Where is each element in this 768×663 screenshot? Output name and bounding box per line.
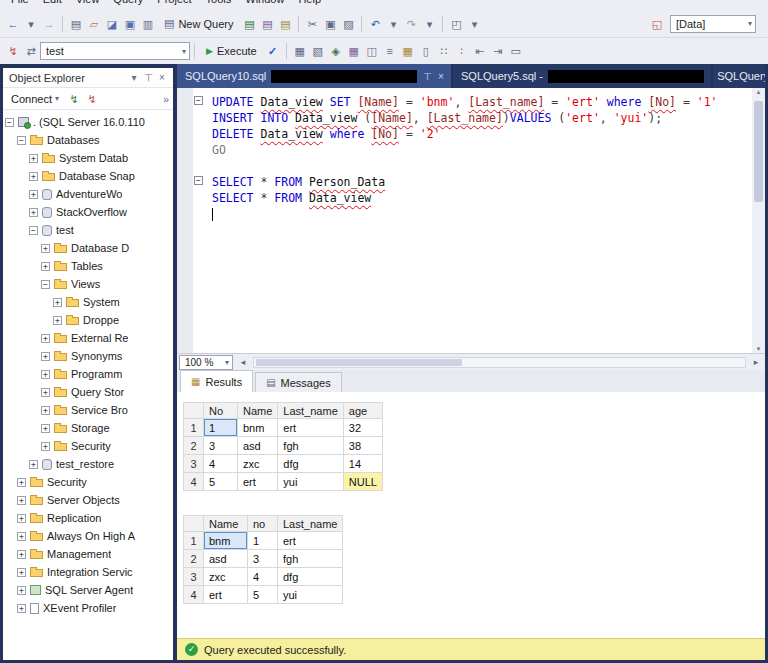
change-connection-icon[interactable]: ⇄ xyxy=(22,42,40,60)
save-all-icon[interactable]: ▣ xyxy=(121,15,139,33)
connect-button[interactable]: Connect ▾ xyxy=(7,92,63,106)
actual-plan-icon[interactable]: ▦ xyxy=(345,42,363,60)
server-disconnect-icon[interactable]: ↯ xyxy=(83,90,101,108)
grid-cell[interactable]: zxc xyxy=(204,568,248,586)
tree-item-server-objects[interactable]: +Server Objects xyxy=(3,491,173,509)
tree-item-service-bro[interactable]: +Service Bro xyxy=(3,401,173,419)
grid-cell[interactable]: NULL xyxy=(343,473,382,491)
grid-cell[interactable]: asd xyxy=(238,437,278,455)
expand-icon[interactable]: + xyxy=(17,532,26,541)
new-query-shortcut-icon[interactable]: ▤ xyxy=(67,15,85,33)
comment-out-icon[interactable]: ∷ xyxy=(435,42,453,60)
grid-cell[interactable]: zxc xyxy=(238,455,278,473)
grid-column-header[interactable]: no xyxy=(248,516,278,532)
collapse-region-icon[interactable]: − xyxy=(194,96,203,105)
collapse-icon[interactable]: − xyxy=(5,118,14,127)
grid-cell[interactable]: ert xyxy=(238,473,278,491)
expand-icon[interactable]: + xyxy=(29,190,38,199)
tree-item-droppe[interactable]: +Droppe xyxy=(3,311,173,329)
code-line[interactable]: DELETE Data_view where [No] = '2' xyxy=(212,126,748,142)
zoom-combo[interactable]: 100 % ▾ xyxy=(179,355,233,370)
grid-cell[interactable]: 38 xyxy=(343,437,382,455)
tree-item-management[interactable]: +Management xyxy=(3,545,173,563)
expand-icon[interactable]: + xyxy=(41,370,50,379)
query-options-icon[interactable]: ▧ xyxy=(309,42,327,60)
tree-item-integration-servic[interactable]: +Integration Servic xyxy=(3,563,173,581)
grid-row-header[interactable]: 3 xyxy=(184,455,204,473)
menu-item-help[interactable]: Help xyxy=(291,0,328,5)
grid-row-header[interactable]: 1 xyxy=(184,419,204,437)
parse-query-icon[interactable]: ✓ xyxy=(264,42,282,60)
estimated-plan-icon[interactable]: ▦ xyxy=(291,42,309,60)
tree-item-security[interactable]: +Security xyxy=(3,473,173,491)
code-line[interactable]: INSERT INTO Data_view ([Name], [Last_nam… xyxy=(212,110,748,126)
results-to-file-icon[interactable]: ▯ xyxy=(417,42,435,60)
selection-box-icon[interactable]: ◰ xyxy=(447,15,465,33)
grid-cell[interactable]: 1 xyxy=(204,419,238,437)
grid-row-header[interactable]: 3 xyxy=(184,568,204,586)
grid-cell[interactable]: dfg xyxy=(278,568,343,586)
grid-row-header[interactable]: 1 xyxy=(184,532,204,550)
menu-item-tools[interactable]: Tools xyxy=(199,0,239,5)
toolbar-overflow-icon[interactable]: » xyxy=(163,93,169,105)
results-tab[interactable]: ▦ Results xyxy=(180,370,253,392)
grid-cell[interactable]: fgh xyxy=(278,550,343,568)
tree-item-stackoverflow[interactable]: +StackOverflow xyxy=(3,203,173,221)
pin-icon[interactable]: ⊢ xyxy=(141,72,155,83)
pin-icon[interactable]: ⊢ xyxy=(423,71,432,82)
uncomment-icon[interactable]: ∶ xyxy=(453,42,471,60)
menu-item-query[interactable]: Query xyxy=(106,0,150,5)
tab-sqlquery-partial[interactable]: SQLQuery xyxy=(713,64,765,88)
print-icon[interactable]: ▥ xyxy=(139,15,157,33)
tree-item-views[interactable]: −Views xyxy=(3,275,173,293)
grid-cell[interactable]: yui xyxy=(278,473,343,491)
tree-item-tables[interactable]: +Tables xyxy=(3,257,173,275)
collapse-icon[interactable]: − xyxy=(41,280,50,289)
code-line[interactable] xyxy=(212,158,748,174)
menu-item-project[interactable]: Project xyxy=(150,0,198,5)
expand-icon[interactable]: + xyxy=(17,550,26,559)
expand-icon[interactable]: + xyxy=(17,496,26,505)
grid-row-header[interactable]: 4 xyxy=(184,473,204,491)
results-to-text-icon[interactable]: ≡ xyxy=(381,42,399,60)
connect-database-icon[interactable]: ↯ xyxy=(4,42,22,60)
results-to-grid-icon[interactable]: ▦ xyxy=(399,42,417,60)
code-line[interactable]: SELECT * FROM Data_view xyxy=(212,190,748,206)
grid-row-header[interactable]: 2 xyxy=(184,437,204,455)
cut-icon[interactable]: ✂ xyxy=(303,15,321,33)
editor-horizontal-scrollbar[interactable] xyxy=(253,357,746,368)
editor-vertical-scrollbar[interactable] xyxy=(752,88,765,353)
grid-cell[interactable]: ert xyxy=(204,586,248,604)
tree-item-adventurewo[interactable]: +AdventureWo xyxy=(3,185,173,203)
client-statistics-icon[interactable]: ◫ xyxy=(363,42,381,60)
xmla-query-icon[interactable]: ▤ xyxy=(276,15,294,33)
misc-dropdown-icon[interactable]: ▾ xyxy=(465,15,483,33)
expand-icon[interactable]: + xyxy=(41,442,50,451)
expand-icon[interactable]: + xyxy=(17,586,26,595)
decrease-indent-icon[interactable]: ⇤ xyxy=(471,42,489,60)
grid-cell[interactable]: yui xyxy=(278,586,343,604)
tree-item-always-on-high-a[interactable]: +Always On High A xyxy=(3,527,173,545)
menu-item-window[interactable]: Window xyxy=(238,0,291,5)
tree-item-database-snap[interactable]: +Database Snap xyxy=(3,167,173,185)
tree-item-test-restore[interactable]: +test_restore xyxy=(3,455,173,473)
execute-button[interactable]: ▶ Execute xyxy=(199,44,264,58)
grid-cell[interactable]: bnm xyxy=(238,419,278,437)
grid-column-header[interactable]: No xyxy=(204,403,238,419)
expand-icon[interactable]: + xyxy=(29,172,38,181)
save-icon[interactable]: ◪ xyxy=(103,15,121,33)
expand-icon[interactable]: + xyxy=(41,388,50,397)
tab-sqlquery10[interactable]: SQLQuery10.sql ⊢ × xyxy=(177,64,451,88)
intellisense-enabled-icon[interactable]: ◈ xyxy=(327,42,345,60)
back-nav-icon[interactable]: ← xyxy=(4,15,22,33)
code-line[interactable]: GO xyxy=(212,142,748,158)
redo-icon[interactable]: ↷ xyxy=(402,15,420,33)
redo-dropdown-icon[interactable]: ▾ xyxy=(420,15,438,33)
messages-tab[interactable]: ▤ Messages xyxy=(255,372,342,392)
tree-item-replication[interactable]: +Replication xyxy=(3,509,173,527)
grid-column-header[interactable]: Name xyxy=(238,403,278,419)
server-connect-icon[interactable]: ↯ xyxy=(65,90,83,108)
grid-cell[interactable]: ert xyxy=(278,419,343,437)
grid-column-header[interactable]: Last_name xyxy=(278,516,343,532)
grid-cell[interactable]: 4 xyxy=(204,455,238,473)
